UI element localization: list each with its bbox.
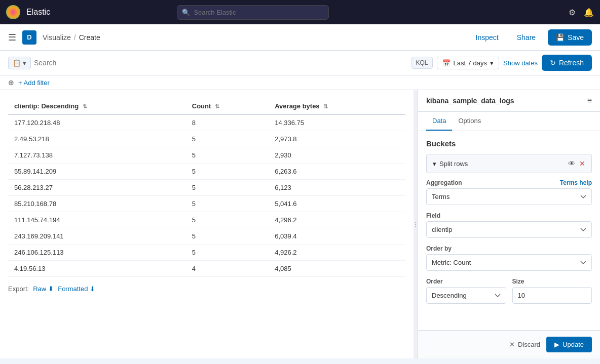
refresh-icon: ↻ <box>550 59 556 67</box>
settings-icon[interactable]: ⚙ <box>569 8 576 17</box>
visibility-toggle-button[interactable]: 👁 <box>568 159 575 168</box>
cell-avg-bytes: 14,336.75 <box>269 114 405 131</box>
hamburger-menu[interactable]: ☰ <box>8 32 16 43</box>
order-size-row: Order Descending Size <box>426 278 592 311</box>
discard-label: Discard <box>518 341 540 348</box>
update-button[interactable]: ▶ Update <box>546 337 592 352</box>
size-input[interactable] <box>512 287 592 304</box>
save-label: Save <box>568 33 584 42</box>
cell-count: 4 <box>186 261 269 277</box>
order-by-select[interactable]: Metric: Count <box>426 254 592 271</box>
cell-count: 5 <box>186 245 269 261</box>
date-picker[interactable]: 📅 Last 7 days ▾ <box>437 57 500 69</box>
secondary-navigation: ☰ D Visualize / Create Inspect Share 💾 S… <box>0 24 600 51</box>
col-avg-bytes[interactable]: Average bytes ⇅ <box>269 98 405 114</box>
cell-clientip: 85.210.168.78 <box>8 196 186 212</box>
cell-avg-bytes: 6,039.4 <box>269 228 405 245</box>
aggregation-label: Aggregation Terms help <box>426 179 592 186</box>
table-row: 111.145.74.194 5 4,296.2 <box>8 212 405 228</box>
top-navigation: Elastic 🔍 ⚙ 🔔 <box>0 0 600 24</box>
filter-bar: 📋 ▾ KQL 📅 Last 7 days ▾ Show dates ↻ Ref… <box>0 51 600 75</box>
nav-right-icons: ⚙ 🔔 <box>569 8 594 17</box>
panel-footer: ✕ Discard ▶ Update <box>418 330 600 358</box>
cell-avg-bytes: 6,263.6 <box>269 164 405 180</box>
elastic-logo <box>6 5 20 19</box>
calendar-icon: 📅 <box>442 59 451 67</box>
tab-options[interactable]: Options <box>452 112 487 131</box>
save-icon: 💾 <box>556 33 565 42</box>
col-count[interactable]: Count ⇅ <box>186 98 269 114</box>
sort-icon: ⇅ <box>323 103 328 109</box>
refresh-label: Refresh <box>559 59 584 67</box>
order-select[interactable]: Descending <box>426 287 506 304</box>
panel-title: kibana_sample_data_logs <box>426 97 514 105</box>
share-button[interactable]: Share <box>511 30 542 45</box>
field-group: Field clientip <box>426 212 592 238</box>
cell-count: 5 <box>186 131 269 147</box>
notifications-icon[interactable]: 🔔 <box>584 8 594 17</box>
cell-count: 5 <box>186 196 269 212</box>
cell-avg-bytes: 4,085 <box>269 261 405 277</box>
table-row: 7.127.73.138 5 2,930 <box>8 147 405 164</box>
breadcrumb-separator: / <box>74 33 76 42</box>
resize-handle[interactable]: ⋮ <box>414 90 418 358</box>
cell-clientip: 177.120.218.48 <box>8 114 186 131</box>
cell-count: 8 <box>186 114 269 131</box>
terms-help-link[interactable]: Terms help <box>560 179 592 186</box>
panel-header: kibana_sample_data_logs ≡ <box>418 90 600 112</box>
sort-icon: ⇅ <box>215 103 219 109</box>
download-icon: ⬇ <box>90 285 95 293</box>
panel-tabs: Data Options <box>418 112 600 131</box>
order-by-group: Order by Metric: Count <box>426 245 592 271</box>
size-label: Size <box>512 278 592 285</box>
aggregation-group: Aggregation Terms help Terms <box>426 179 592 205</box>
elastic-title: Elastic <box>26 8 50 17</box>
table-row: 2.49.53.218 5 2,973.8 <box>8 131 405 147</box>
refresh-button[interactable]: ↻ Refresh <box>542 55 592 71</box>
index-selector[interactable]: 📋 ▾ <box>8 57 31 69</box>
cell-count: 5 <box>186 164 269 180</box>
table-row: 4.19.56.13 4 4,085 <box>8 261 405 277</box>
chevron-down-icon: ▾ <box>433 160 436 168</box>
cell-clientip: 56.28.213.27 <box>8 180 186 196</box>
split-rows-label: Split rows <box>439 160 468 168</box>
order-by-label: Order by <box>426 245 592 252</box>
field-select[interactable]: clientip <box>426 221 592 238</box>
cell-avg-bytes: 2,930 <box>269 147 405 164</box>
breadcrumb: Visualize / Create <box>43 33 100 42</box>
remove-bucket-button[interactable]: ✕ <box>579 159 585 168</box>
export-label: Export: <box>8 285 29 293</box>
table-area: clientip: Descending ⇅ Count ⇅ Average b… <box>0 90 414 358</box>
download-icon: ⬇ <box>48 285 54 293</box>
aggregation-select[interactable]: Terms <box>426 188 592 205</box>
panel-body: Buckets ▾ Split rows 👁 ✕ Aggregation Ter… <box>418 131 600 330</box>
export-row: Export: Raw ⬇ Formatted ⬇ <box>8 285 405 293</box>
export-formatted-link[interactable]: Formatted ⬇ <box>58 285 95 293</box>
export-raw-link[interactable]: Raw ⬇ <box>33 285 54 293</box>
split-rows-toggle[interactable]: ▾ Split rows <box>433 160 468 168</box>
cell-clientip: 4.19.56.13 <box>8 261 186 277</box>
cell-avg-bytes: 5,041.6 <box>269 196 405 212</box>
panel-menu-icon[interactable]: ≡ <box>587 96 592 105</box>
search-input[interactable] <box>34 59 408 67</box>
cell-clientip: 243.169.209.141 <box>8 228 186 245</box>
update-label: Update <box>562 341 584 348</box>
table-row: 56.28.213.27 5 6,123 <box>8 180 405 196</box>
global-search[interactable]: 🔍 <box>177 5 329 20</box>
play-icon: ▶ <box>554 341 559 348</box>
save-button[interactable]: 💾 Save <box>548 29 592 46</box>
col-clientip[interactable]: clientip: Descending ⇅ <box>8 98 186 114</box>
inspect-button[interactable]: Inspect <box>470 30 505 45</box>
split-rows-section: ▾ Split rows 👁 ✕ <box>426 154 592 173</box>
breadcrumb-parent[interactable]: Visualize <box>43 33 71 42</box>
date-range-label: Last 7 days <box>454 59 488 67</box>
cell-clientip: 246.106.125.113 <box>8 245 186 261</box>
add-filter-button[interactable]: + Add filter <box>18 79 50 87</box>
tab-data[interactable]: Data <box>426 112 452 131</box>
split-rows-icons: 👁 ✕ <box>568 159 585 168</box>
show-dates-button[interactable]: Show dates <box>503 59 538 67</box>
discard-button[interactable]: ✕ Discard <box>509 341 540 348</box>
field-label: Field <box>426 212 592 219</box>
global-search-input[interactable] <box>177 5 329 20</box>
kql-badge[interactable]: KQL <box>411 57 433 69</box>
